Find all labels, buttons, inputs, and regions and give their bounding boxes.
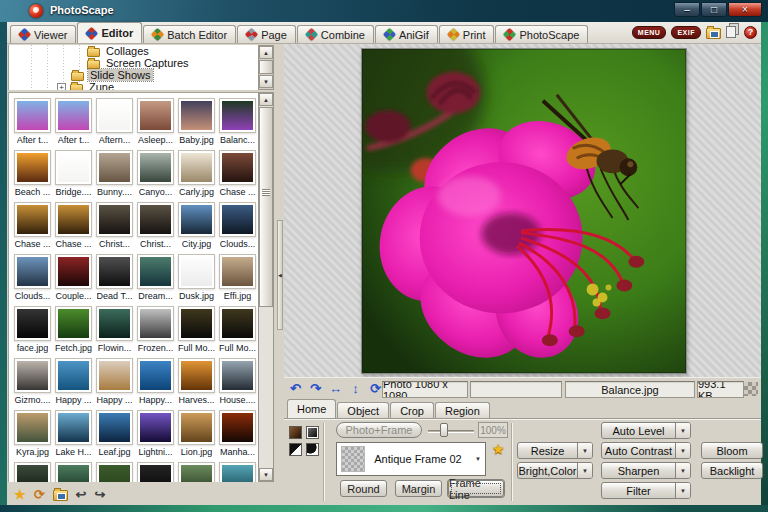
bloom-button[interactable]: Bloom [701, 442, 763, 459]
redo-icon[interactable]: ↷ [307, 380, 324, 397]
frame-line-button[interactable]: Frame Line [448, 480, 504, 497]
backlight-button[interactable]: Backlight [701, 462, 763, 479]
favorite-frame-star-icon[interactable]: ★ [492, 441, 505, 457]
close-button[interactable]: × [728, 2, 762, 17]
refresh-icon[interactable]: ⟳ [34, 488, 45, 501]
thumbnail-scroll-thumb[interactable] [259, 107, 273, 307]
thumbnail-face-jpg[interactable]: face.jpg [12, 306, 53, 358]
undo-icon[interactable]: ↶ [287, 380, 304, 397]
thumbnail-manha[interactable]: Manha... [217, 410, 258, 462]
favorites-star-icon[interactable]: ★ [14, 488, 26, 501]
auto-contrast-button[interactable]: Auto Contrast▼ [601, 442, 691, 459]
thumbnail-leaf-jpg[interactable]: Leaf.jpg [94, 410, 135, 462]
thumbnail-clouds[interactable]: Clouds... [217, 202, 258, 254]
thumbnail-canyo[interactable]: Canyo... [135, 150, 176, 202]
editor-tab-object[interactable]: Object [337, 402, 389, 418]
fit-window-icon[interactable]: ↕ [347, 380, 364, 397]
editor-tab-crop[interactable]: Crop [390, 402, 434, 418]
tree-item-slide-shows[interactable]: Slide Shows [9, 69, 258, 81]
tree-expander-icon[interactable]: + [57, 83, 66, 91]
tab-editor[interactable]: Editor [77, 22, 142, 43]
thumbnail-carly-jpg[interactable]: Carly.jpg [176, 150, 217, 202]
thumbnail-couple[interactable]: Couple... [53, 254, 94, 306]
thumbnail-happy[interactable]: Happy... [135, 358, 176, 410]
thumbnail-gizmo[interactable]: Gizmo.... [12, 358, 53, 410]
editor-tab-region[interactable]: Region [435, 402, 490, 418]
tree-item-screen-captures[interactable]: Screen Captures [9, 57, 258, 69]
thumbnail-happy[interactable]: Happy ... [94, 358, 135, 410]
folder-open-icon[interactable] [53, 490, 68, 501]
frame-select-dropdown[interactable]: Antique Frame 02 ▼ [336, 442, 486, 476]
panel-splitter[interactable]: ◀ [276, 45, 284, 482]
chevron-down-icon[interactable]: ▼ [577, 443, 592, 458]
open-folder-icon[interactable] [706, 28, 721, 39]
back-icon[interactable]: ↩ [76, 488, 87, 501]
sharpen-button[interactable]: Sharpen▼ [601, 462, 691, 479]
tree-scrollbar[interactable]: ▲ ▼ [258, 45, 274, 90]
thumbnail-chase[interactable]: Chase ... [12, 202, 53, 254]
chevron-down-icon[interactable]: ▼ [675, 423, 690, 438]
resize-button[interactable]: Resize▼ [517, 442, 593, 459]
photo-frame-button[interactable]: Photo+Frame [336, 422, 422, 438]
thumbnail-christ[interactable]: Christ... [135, 202, 176, 254]
tab-viewer[interactable]: Viewer [10, 25, 76, 43]
tab-print[interactable]: Print [439, 25, 495, 43]
minimize-button[interactable]: – [674, 2, 700, 17]
thumbnail-fetch-jpg[interactable]: Fetch.jpg [53, 306, 94, 358]
filter-button[interactable]: Filter▼ [601, 482, 691, 499]
thumbnail-frozen[interactable]: Frozen... [135, 306, 176, 358]
thumbnail-chase[interactable]: Chase ... [217, 150, 258, 202]
thumbnail[interactable] [176, 462, 217, 482]
auto-level-button[interactable]: Auto Level▼ [601, 422, 691, 439]
forward-icon[interactable]: ↪ [94, 488, 105, 501]
chevron-down-icon[interactable]: ▼ [471, 456, 485, 462]
menu-button[interactable]: MENU [632, 26, 667, 39]
exif-button[interactable]: EXIF [671, 26, 701, 39]
thumbnail-lake-h[interactable]: Lake H... [53, 410, 94, 462]
margin-button[interactable]: Margin [395, 480, 442, 497]
opacity-slider-knob[interactable] [440, 423, 448, 437]
collapse-panel-handle[interactable]: ◀ [277, 220, 283, 330]
thumbnail[interactable] [217, 462, 258, 482]
tree-item-collages[interactable]: Collages [9, 45, 258, 57]
thumbnail-scrollbar[interactable]: ▲ ▼ [258, 92, 274, 482]
tab-photoscape[interactable]: PhotoScape [495, 25, 588, 43]
thumbnail-dead-t[interactable]: Dead T... [94, 254, 135, 306]
thumbnail-happy[interactable]: Happy ... [53, 358, 94, 410]
swatch-vignette[interactable] [306, 443, 319, 456]
help-icon[interactable]: ? [744, 26, 757, 39]
thumbnail-balanc[interactable]: Balanc... [217, 98, 258, 150]
tab-anigif[interactable]: AniGif [375, 25, 438, 43]
tab-batch-editor[interactable]: Batch Editor [143, 25, 236, 43]
resize-photo-icon[interactable]: ↔ [327, 380, 344, 397]
tree-scroll-down-icon[interactable]: ▼ [259, 75, 273, 88]
thumbnail-bunny[interactable]: Bunny.... [94, 150, 135, 202]
thumbnail-aftern[interactable]: Aftern... [94, 98, 135, 150]
maximize-button[interactable]: □ [701, 2, 727, 17]
chevron-down-icon[interactable]: ▼ [577, 463, 592, 478]
thumbnail-flowin[interactable]: Flowin... [94, 306, 135, 358]
transparency-grid-icon[interactable] [744, 382, 758, 396]
tree-scroll-thumb[interactable] [259, 60, 273, 74]
thumbnail-effi-jpg[interactable]: Effi.jpg [217, 254, 258, 306]
chevron-down-icon[interactable]: ▼ [675, 483, 690, 498]
tree-item-zune[interactable]: +Zune [9, 81, 258, 90]
tab-combine[interactable]: Combine [297, 25, 374, 43]
frame-opacity-slider[interactable] [428, 421, 474, 439]
chevron-down-icon[interactable]: ▼ [675, 443, 690, 458]
swatch-brown-gradient[interactable] [289, 426, 302, 439]
thumbnail-dream[interactable]: Dream... [135, 254, 176, 306]
thumbnail[interactable] [53, 462, 94, 482]
thumbnail-harves[interactable]: Harves... [176, 358, 217, 410]
tree-scroll-up-icon[interactable]: ▲ [259, 46, 273, 59]
thumbnail-full-mo[interactable]: Full Mo... [176, 306, 217, 358]
bright-color-button[interactable]: Bright,Color▼ [517, 462, 593, 479]
list-scroll-up-icon[interactable]: ▲ [259, 93, 273, 106]
chevron-down-icon[interactable]: ▼ [675, 463, 690, 478]
tab-page[interactable]: Page [237, 25, 296, 43]
thumbnail[interactable] [94, 462, 135, 482]
editor-tab-home[interactable]: Home [287, 399, 336, 418]
list-scroll-down-icon[interactable]: ▼ [259, 468, 273, 481]
thumbnail-clouds[interactable]: Clouds... [12, 254, 53, 306]
swatch-diagonal-split[interactable] [289, 443, 302, 456]
